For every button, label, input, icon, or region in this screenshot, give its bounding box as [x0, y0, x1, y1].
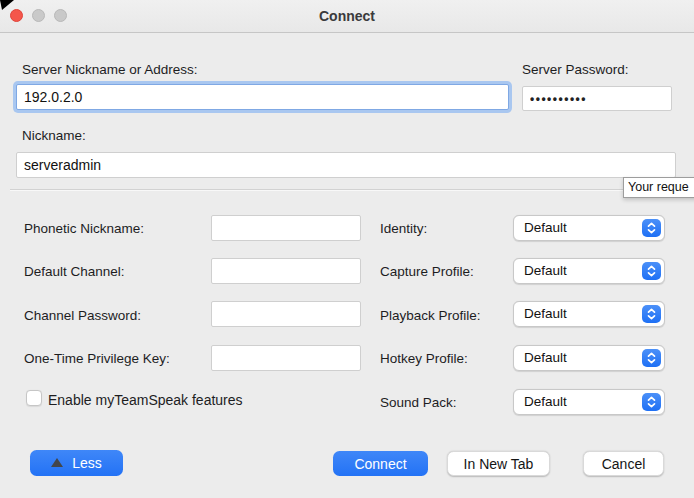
sound-pack-label: Sound Pack:: [380, 395, 457, 410]
identity-dropdown[interactable]: Default: [513, 215, 665, 241]
connect-button-label: Connect: [354, 456, 406, 472]
connect-button[interactable]: Connect: [333, 451, 428, 476]
capture-profile-label: Capture Profile:: [380, 264, 474, 279]
hotkey-profile-dropdown-value: Default: [524, 346, 567, 370]
capture-profile-dropdown[interactable]: Default: [513, 258, 665, 284]
less-button-label: Less: [72, 455, 102, 471]
server-address-label: Server Nickname or Address:: [22, 62, 198, 77]
in-new-tab-button[interactable]: In New Tab: [447, 451, 550, 476]
nickname-label: Nickname:: [22, 128, 86, 143]
server-password-label: Server Password:: [522, 62, 629, 77]
window-title: Connect: [0, 0, 694, 32]
privilege-key-label: One-Time Privilege Key:: [24, 351, 170, 366]
stepper-icon: [642, 393, 661, 411]
cancel-button-label: Cancel: [602, 456, 646, 472]
server-password-input[interactable]: [522, 86, 672, 111]
stepper-icon: [642, 262, 661, 280]
stepper-icon: [642, 349, 661, 367]
cancel-button[interactable]: Cancel: [583, 451, 664, 476]
myteamspeak-checkbox[interactable]: [26, 390, 42, 406]
stepper-icon: [642, 219, 661, 237]
myteamspeak-checkbox-label[interactable]: Enable myTeamSpeak features: [48, 392, 243, 408]
section-divider: [10, 189, 684, 191]
identity-label: Identity:: [380, 221, 427, 236]
playback-profile-label: Playback Profile:: [380, 308, 481, 323]
mouse-cursor-icon: [0, 0, 16, 11]
sound-pack-dropdown-value: Default: [524, 390, 567, 414]
tooltip: Your reque: [623, 177, 694, 198]
phonetic-nickname-input[interactable]: [211, 215, 361, 241]
default-channel-label: Default Channel:: [24, 264, 125, 279]
default-channel-input[interactable]: [211, 258, 361, 284]
title-bar[interactable]: Connect: [0, 0, 694, 33]
less-button[interactable]: Less: [30, 450, 123, 476]
capture-profile-dropdown-value: Default: [524, 259, 567, 283]
server-address-input[interactable]: [16, 84, 509, 110]
identity-dropdown-value: Default: [524, 216, 567, 240]
sound-pack-dropdown[interactable]: Default: [513, 389, 665, 415]
phonetic-nickname-label: Phonetic Nickname:: [24, 221, 144, 236]
channel-password-label: Channel Password:: [24, 308, 141, 323]
hotkey-profile-label: Hotkey Profile:: [380, 351, 468, 366]
stepper-icon: [642, 305, 661, 323]
channel-password-input[interactable]: [211, 301, 361, 327]
privilege-key-input[interactable]: [211, 345, 361, 371]
playback-profile-dropdown-value: Default: [524, 302, 567, 326]
hotkey-profile-dropdown[interactable]: Default: [513, 345, 665, 371]
playback-profile-dropdown[interactable]: Default: [513, 301, 665, 327]
in-new-tab-button-label: In New Tab: [464, 456, 534, 472]
collapse-triangle-icon: [51, 458, 63, 467]
nickname-input[interactable]: [16, 152, 676, 178]
connect-dialog: Connect Server Nickname or Address: Serv…: [0, 0, 694, 498]
